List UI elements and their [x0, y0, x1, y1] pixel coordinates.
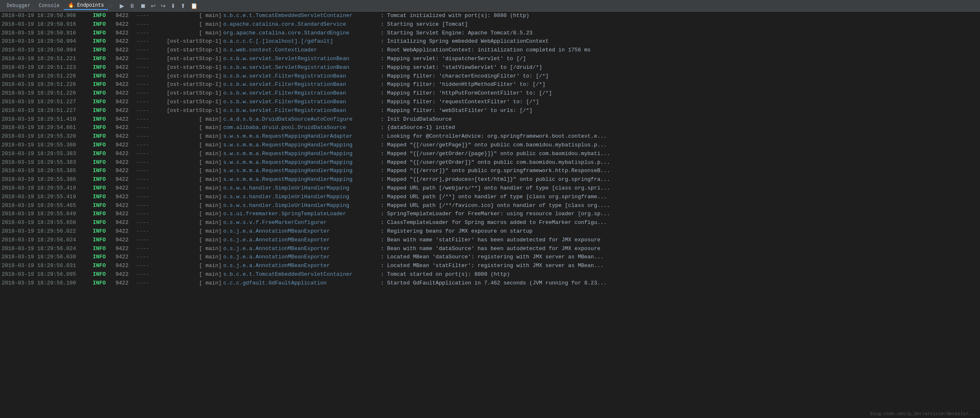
log-pid: 9422	[116, 29, 136, 38]
log-level: INFO	[93, 184, 116, 193]
log-pid: 9422	[116, 46, 136, 55]
log-sep: ----	[136, 29, 153, 38]
log-pid: 9422	[116, 270, 136, 279]
toolbar-icon-step-into[interactable]: ↪	[159, 2, 167, 10]
log-thread: [ main]	[153, 236, 223, 245]
tab-debugger[interactable]: Debugger	[2, 2, 35, 10]
log-thread: [ main]	[153, 141, 223, 150]
log-level: INFO	[93, 72, 116, 81]
log-logger: s.w.s.m.m.a.RequestMappingHandlerMapping	[223, 175, 381, 184]
log-message: : Init DruidDataSource	[381, 115, 978, 124]
log-container: 2018-03-19 18:29:50.908 INFO 9422 ---- […	[0, 12, 980, 418]
log-sep: ----	[136, 245, 153, 253]
log-level: INFO	[93, 141, 116, 150]
log-sep: ----	[136, 141, 153, 150]
log-thread: [ main]	[153, 175, 223, 184]
log-logger: o.s.w.s.handler.SimpleUrlHandlerMapping	[223, 184, 381, 193]
log-thread: [ main]	[153, 12, 223, 20]
log-message: : Tomcat initialized with port(s): 8080 …	[381, 12, 978, 20]
log-thread: [ main]	[153, 20, 223, 29]
log-timestamp: 2018-03-19 18:29:56.095	[2, 270, 93, 279]
log-level: INFO	[93, 132, 116, 141]
log-logger: o.s.w.s.v.f.FreeMarkerConfigurer	[223, 219, 381, 227]
log-pid: 9422	[116, 72, 136, 81]
log-sep: ----	[136, 55, 153, 63]
log-level: INFO	[93, 124, 116, 132]
log-thread: [ main]	[153, 29, 223, 38]
log-pid: 9422	[116, 279, 136, 288]
log-sep: ----	[136, 150, 153, 158]
log-thread: [ main]	[153, 219, 223, 227]
log-message: : Mapping filter: 'httpPutFormContentFil…	[381, 89, 978, 98]
toolbar-icon-stop[interactable]: ⏹	[138, 2, 147, 10]
toolbar-icon-pause[interactable]: ⏸	[128, 2, 137, 10]
toolbar-icon-step-down[interactable]: ⬇	[169, 2, 177, 10]
toolbar-icon-run[interactable]: ▶	[118, 2, 126, 10]
log-message: : Mapped URL path [/**/favicon.ico] onto…	[381, 202, 978, 210]
log-sep: ----	[136, 236, 153, 245]
log-timestamp: 2018-03-19 18:29:51.227	[2, 107, 93, 115]
log-message: : Mapped URL path [/**] onto handler of …	[381, 193, 978, 202]
log-timestamp: 2018-03-19 18:29:51.410	[2, 115, 93, 124]
log-thread: [ost-startStop-1]	[153, 89, 223, 98]
log-message: : Mapped URL path [/webjars/**] onto han…	[381, 184, 978, 193]
log-row: 2018-03-19 18:29:51.221 INFO 9422 ---- […	[0, 55, 980, 63]
log-sep: ----	[136, 72, 153, 81]
log-level: INFO	[93, 193, 116, 202]
log-message: : Looking for @ControllerAdvice: org.spr…	[381, 132, 978, 141]
log-logger: s.w.s.m.m.a.RequestMappingHandlerMapping	[223, 158, 381, 167]
log-thread: [ main]	[153, 150, 223, 158]
log-thread: [ main]	[153, 193, 223, 202]
log-sep: ----	[136, 270, 153, 279]
log-sep: ----	[136, 46, 153, 55]
log-thread: [ main]	[153, 167, 223, 175]
log-logger: o.s.j.e.a.AnnotationMBeanExporter	[223, 227, 381, 236]
toolbar-icon-step-up[interactable]: ⬆	[179, 2, 187, 10]
log-message: : Starting service [Tomcat]	[381, 20, 978, 29]
log-pid: 9422	[116, 253, 136, 262]
log-sep: ----	[136, 219, 153, 227]
log-sep: ----	[136, 98, 153, 107]
toolbar-icon-copy[interactable]: 📋	[189, 2, 199, 10]
log-timestamp: 2018-03-19 18:29:55.320	[2, 132, 93, 141]
log-sep: ----	[136, 158, 153, 167]
log-timestamp: 2018-03-19 18:29:56.100	[2, 279, 93, 288]
log-message: : {dataSource-1} inited	[381, 124, 978, 132]
log-level: INFO	[93, 55, 116, 63]
log-sep: ----	[136, 175, 153, 184]
log-pid: 9422	[116, 80, 136, 89]
log-level: INFO	[93, 253, 116, 262]
log-level: INFO	[93, 158, 116, 167]
log-level: INFO	[93, 107, 116, 115]
log-timestamp: 2018-03-19 18:29:56.031	[2, 262, 93, 270]
log-logger: org.apache.catalina.core.StandardEngine	[223, 29, 381, 38]
log-message: : Bean with name 'dataSource' has been a…	[381, 245, 978, 253]
tab-endpoints[interactable]: 🔥 Endpoints	[64, 1, 108, 10]
log-level: INFO	[93, 20, 116, 29]
log-timestamp: 2018-03-19 18:29:55.385	[2, 167, 93, 175]
log-row: 2018-03-19 18:29:56.024 INFO 9422 ---- […	[0, 236, 980, 245]
log-sep: ----	[136, 210, 153, 219]
log-row: 2018-03-19 18:29:55.386 INFO 9422 ---- […	[0, 175, 980, 184]
tab-console[interactable]: Console	[35, 2, 64, 10]
log-logger: o.s.b.w.servlet.FilterRegistrationBean	[223, 107, 381, 115]
log-row: 2018-03-19 18:29:55.419 INFO 9422 ---- […	[0, 184, 980, 193]
log-thread: [ main]	[153, 279, 223, 288]
log-timestamp: 2018-03-19 18:29:55.419	[2, 193, 93, 202]
log-message: : Initializing Spring embedded WebApplic…	[381, 37, 978, 46]
log-row: 2018-03-19 18:29:51.227 INFO 9422 ---- […	[0, 98, 980, 107]
log-logger: o.s.j.e.a.AnnotationMBeanExporter	[223, 245, 381, 253]
log-thread: [ost-startStop-1]	[153, 72, 223, 81]
log-logger: o.s.web.context.ContextLoader	[223, 46, 381, 55]
toolbar-icon-step-over[interactable]: ↩	[149, 2, 157, 10]
log-level: INFO	[93, 37, 116, 46]
log-message: : Registering beans for JMX exposure on …	[381, 227, 978, 236]
log-row: 2018-03-19 18:29:51.226 INFO 9422 ---- […	[0, 89, 980, 98]
log-row: 2018-03-19 18:29:51.226 INFO 9422 ---- […	[0, 80, 980, 89]
log-pid: 9422	[116, 107, 136, 115]
log-logger: o.s.b.w.servlet.FilterRegistrationBean	[223, 98, 381, 107]
log-logger: o.a.c.c.C.[.[localhost].[/gdfault]	[223, 37, 381, 46]
log-message: : Mapped "{[/error]}" onto public org.sp…	[381, 167, 978, 175]
log-pid: 9422	[116, 219, 136, 227]
log-timestamp: 2018-03-19 18:29:56.024	[2, 245, 93, 253]
